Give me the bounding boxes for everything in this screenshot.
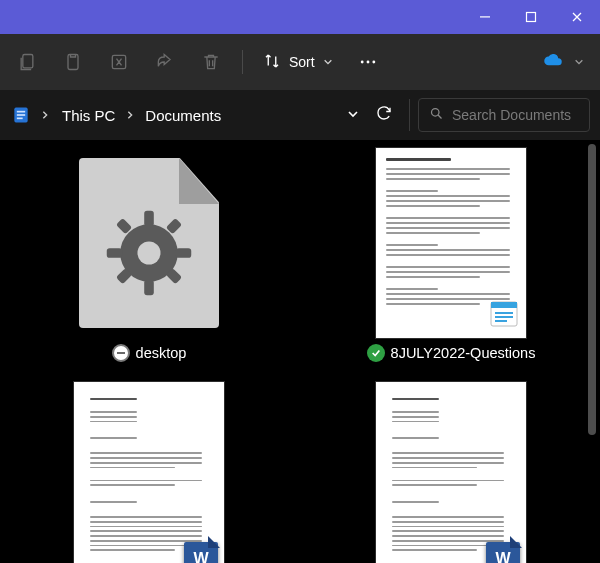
file-tile[interactable]: desktop [30, 148, 268, 362]
file-thumbnail [79, 158, 219, 328]
file-tile[interactable]: 8JULY2022-Questions [332, 148, 570, 362]
address-search-row: This PC Documents [0, 90, 600, 140]
scrollbar-thumb[interactable] [588, 144, 596, 435]
sort-button[interactable]: Sort [253, 42, 343, 82]
documents-folder-icon [10, 104, 32, 126]
svg-rect-17 [176, 248, 191, 258]
breadcrumb-root[interactable]: This PC [62, 107, 115, 124]
window-maximize-button[interactable] [508, 0, 554, 34]
svg-rect-1 [527, 13, 536, 22]
svg-rect-10 [17, 114, 25, 116]
cloud-icon [542, 53, 564, 71]
svg-rect-11 [17, 118, 23, 120]
file-tile[interactable]: W [332, 382, 570, 563]
breadcrumb-chevron-icon[interactable] [40, 106, 50, 124]
window-minimize-button[interactable] [462, 0, 508, 34]
sync-pending-icon [112, 344, 130, 362]
file-grid-area: desktop [0, 140, 600, 563]
file-tile[interactable]: W [30, 382, 268, 563]
file-thumbnail: W [74, 382, 224, 563]
sync-complete-icon [367, 344, 385, 362]
share-button[interactable] [144, 42, 186, 82]
file-thumbnail: W [376, 382, 526, 563]
gear-icon [101, 205, 197, 301]
notepad-icon [488, 296, 522, 330]
svg-point-7 [372, 61, 375, 64]
breadcrumb[interactable]: This PC Documents [58, 107, 339, 124]
file-name-label: 8JULY2022-Questions [391, 345, 536, 361]
onedrive-status-button[interactable] [532, 42, 594, 82]
search-input[interactable] [452, 107, 600, 123]
svg-rect-9 [17, 111, 25, 113]
nav-divider [409, 99, 410, 131]
search-icon [429, 106, 444, 125]
vertical-scrollbar[interactable] [586, 144, 598, 559]
svg-rect-24 [491, 302, 517, 308]
svg-rect-26 [495, 316, 513, 318]
file-thumbnail [376, 148, 526, 338]
chevron-down-icon [323, 54, 333, 70]
svg-rect-0 [480, 16, 490, 17]
chevron-down-icon [574, 53, 584, 71]
file-name-label: desktop [136, 345, 187, 361]
breadcrumb-current[interactable]: Documents [145, 107, 221, 124]
rename-button[interactable] [98, 42, 140, 82]
sort-label: Sort [289, 54, 315, 70]
copy-button[interactable] [52, 42, 94, 82]
svg-rect-14 [144, 211, 154, 226]
svg-point-22 [137, 242, 160, 265]
sort-icon [263, 52, 281, 73]
svg-rect-16 [107, 248, 122, 258]
svg-point-12 [432, 108, 440, 116]
svg-rect-2 [23, 55, 33, 68]
word-document-icon: W [486, 542, 520, 563]
more-options-button[interactable] [347, 42, 389, 82]
history-dropdown-button[interactable] [347, 106, 359, 124]
svg-point-5 [360, 61, 363, 64]
svg-rect-27 [495, 320, 507, 322]
refresh-button[interactable] [375, 104, 393, 126]
toolbar-separator [242, 50, 243, 74]
window-titlebar [0, 0, 600, 34]
delete-button[interactable] [190, 42, 232, 82]
command-toolbar: Sort [0, 34, 600, 90]
cut-button[interactable] [6, 42, 48, 82]
word-document-icon: W [184, 542, 218, 563]
svg-point-6 [366, 61, 369, 64]
breadcrumb-chevron-icon [125, 107, 135, 123]
svg-rect-15 [144, 280, 154, 295]
window-close-button[interactable] [554, 0, 600, 34]
search-box[interactable] [418, 98, 590, 132]
svg-rect-25 [495, 312, 513, 314]
